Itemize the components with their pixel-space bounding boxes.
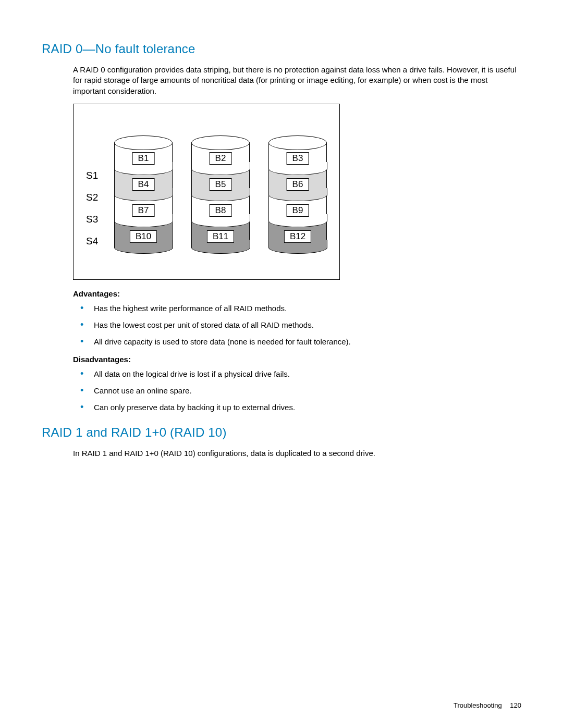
cylinder-top-icon xyxy=(268,135,327,150)
raid0-heading: RAID 0—No fault tolerance xyxy=(42,42,521,56)
stripe-label: S4 xyxy=(86,230,98,252)
list-item: All data on the logical drive is lost if… xyxy=(73,369,521,379)
cylinder-top-icon xyxy=(191,135,250,150)
block-label: B3 xyxy=(287,152,309,165)
drive-cylinder-3: B3 B6 B9 B12 xyxy=(268,135,327,253)
block-label: B1 xyxy=(132,152,155,165)
list-item: Cannot use an online spare. xyxy=(73,386,521,396)
list-item: All drive capacity is used to store data… xyxy=(73,337,521,347)
cylinder-top-icon xyxy=(114,135,173,150)
list-item: Has the highest write performance of all… xyxy=(73,303,521,314)
raid0-intro: A RAID 0 configuration provides data str… xyxy=(73,65,521,96)
footer-section: Troubleshooting xyxy=(454,701,502,709)
cylinder-row: B1 B4 B7 B10 B2 B5 B8 B11 B3 B6 B9 B12 xyxy=(114,135,327,253)
block-label: B11 xyxy=(207,230,234,243)
block-label: B9 xyxy=(287,204,309,217)
drive-cylinder-1: B1 B4 B7 B10 xyxy=(114,135,173,253)
advantages-heading: Advantages: xyxy=(73,289,521,298)
block-label: B5 xyxy=(210,178,232,191)
disadvantages-heading: Disadvantages: xyxy=(73,355,521,364)
document-page: RAID 0—No fault tolerance A RAID 0 confi… xyxy=(0,0,563,728)
advantages-list: Has the highest write performance of all… xyxy=(73,303,521,348)
drive-cylinder-2: B2 B5 B8 B11 xyxy=(191,135,250,253)
raid1-intro: In RAID 1 and RAID 1+0 (RAID 10) configu… xyxy=(73,448,521,459)
stripe-label: S3 xyxy=(86,208,98,230)
block-label: B6 xyxy=(287,178,309,191)
stripe-label: S1 xyxy=(86,165,98,187)
footer-page-number: 120 xyxy=(510,701,521,709)
block-label: B2 xyxy=(210,152,232,165)
stripe-label: S2 xyxy=(86,187,98,208)
disadvantages-list: All data on the logical drive is lost if… xyxy=(73,369,521,413)
block-label: B10 xyxy=(130,230,157,243)
list-item: Can only preserve data by backing it up … xyxy=(73,402,521,413)
block-label: B8 xyxy=(210,204,232,217)
block-label: B7 xyxy=(132,204,155,217)
list-item: Has the lowest cost per unit of stored d… xyxy=(73,320,521,330)
page-footer: Troubleshooting 120 xyxy=(454,701,521,709)
block-label: B4 xyxy=(132,178,155,191)
block-label: B12 xyxy=(284,230,311,243)
raid1-heading: RAID 1 and RAID 1+0 (RAID 10) xyxy=(42,425,521,440)
stripe-labels: S1 S2 S3 S4 xyxy=(86,165,98,252)
raid0-diagram: S1 S2 S3 S4 B1 B4 B7 B10 B2 B5 B8 B11 xyxy=(73,104,340,280)
